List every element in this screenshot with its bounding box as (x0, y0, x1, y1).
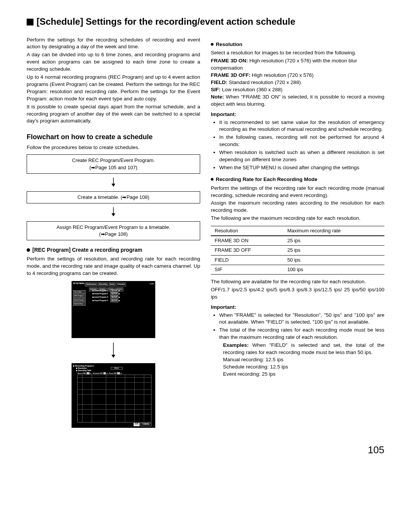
resolution-heading: Resolution (211, 41, 384, 48)
page-number: 105 (27, 443, 384, 457)
recording-rate-heading: Recording Rate for Each Recording Mode (211, 176, 384, 183)
rec-program-heading: [REC Program] Create a recording program (27, 246, 200, 254)
rate-paragraph: Perform the settings of the recording ra… (211, 185, 384, 199)
flowchart-step-3: Assign REC Program/Event Program to a ti… (27, 221, 200, 240)
rate-paragraph: Assign the maximum recording rates accor… (211, 200, 384, 214)
right-column: Resolution Select a resolution for image… (211, 37, 384, 432)
page-title: [Schedule] Settings for the recording/ev… (27, 15, 384, 28)
intro-paragraph: A day can be divided into up to 6 time z… (27, 51, 200, 73)
arrow-down-icon (27, 206, 200, 218)
resolution-options: FRAME 3D ON: High resolution (720 x 576)… (211, 57, 384, 93)
svg-marker-3 (112, 213, 115, 216)
resolution-important: Important: It is recommended to set same… (211, 111, 384, 172)
flowchart-heading: Flowchart on how to create a schedule (27, 132, 200, 142)
rate-important: Important: When "FRAME" is selected for … (211, 304, 384, 378)
svg-marker-5 (112, 355, 115, 358)
rate-values: OFF/1.7 ips/2.5 ips/4.2 ips/5 ips/6.3 ip… (211, 286, 384, 301)
rate-after: The following are available for the reco… (211, 278, 384, 286)
intro-paragraph: Perform the settings for the recording s… (27, 37, 200, 51)
resolution-note: Note: When "FRAME 3D ON" is selected, it… (211, 94, 384, 108)
rec-program-body: Perform the settings of resolution, and … (27, 256, 200, 277)
rate-paragraph: The following are the maximum recording … (211, 215, 384, 222)
flowchart-step-2: Create a timetable. (➡Page 108) (27, 191, 200, 203)
setup-menu-screenshot: SETUP MENU Maintenance Recording Event S… (72, 281, 155, 338)
flowchart-lead: Follow the procedures below to create sc… (27, 144, 200, 151)
recording-program-screenshot: Recording Program 1 Resolution FIELD Rec… (72, 363, 155, 428)
recording-rate-table: ResolutionMaximum recording rate FRAME 3… (211, 226, 384, 275)
left-column: Perform the settings for the recording s… (27, 37, 200, 432)
flowchart-step-1: Create REC Program/Event Program. (➡Page… (27, 154, 200, 173)
svg-marker-1 (112, 184, 115, 187)
resolution-lead: Select a resolution for images to be rec… (211, 49, 384, 57)
intro-paragraph: It is possible to create special days ap… (27, 103, 200, 125)
intro-paragraph: Up to 4 normal recording programs (REC P… (27, 74, 200, 103)
arrow-down-icon (27, 177, 200, 189)
arrow-down-icon (27, 342, 200, 360)
